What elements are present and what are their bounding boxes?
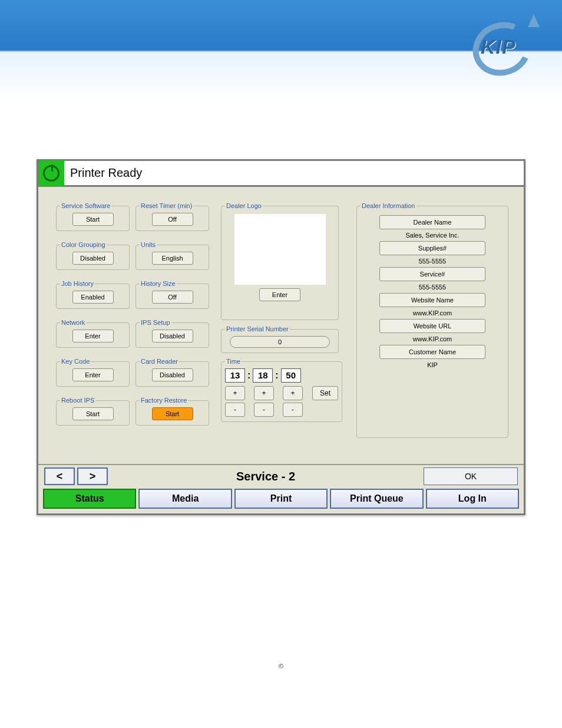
reboot-ips-legend: Reboot IPS bbox=[60, 397, 95, 404]
website-url-button[interactable]: Website URL bbox=[379, 319, 485, 333]
tab-status[interactable]: Status bbox=[43, 489, 136, 509]
job-history-button[interactable]: Enabled bbox=[72, 291, 114, 304]
ok-button[interactable]: OK bbox=[424, 467, 518, 485]
dealer-information-legend: Dealer Information bbox=[361, 202, 416, 209]
service-software-start-button[interactable]: Start bbox=[72, 213, 114, 226]
supplies-number-button[interactable]: Supplies# bbox=[379, 241, 485, 255]
dealer-logo-group: Dealer Logo Enter bbox=[221, 202, 339, 320]
dealer-logo-legend: Dealer Logo bbox=[225, 202, 263, 209]
footer: < > Service - 2 OK Status Media Print Pr… bbox=[38, 464, 524, 513]
card-reader-legend: Card Reader bbox=[140, 358, 179, 365]
website-name-value: www.KIP.com bbox=[361, 309, 504, 317]
color-grouping-group: Color Grouping Disabled bbox=[56, 241, 130, 270]
dealer-logo-preview bbox=[234, 214, 326, 285]
ips-setup-group: IPS Setup Disabled bbox=[135, 319, 209, 348]
tab-log-in[interactable]: Log In bbox=[426, 489, 519, 509]
power-icon bbox=[43, 165, 59, 182]
time-legend: Time bbox=[225, 358, 242, 365]
reboot-ips-start-button[interactable]: Start bbox=[72, 407, 114, 420]
card-reader-group: Card Reader Disabled bbox=[135, 358, 209, 387]
dealer-name-value: Sales, Service Inc. bbox=[361, 232, 504, 239]
time-display-row: 13 : 18 : 50 bbox=[225, 368, 338, 383]
network-legend: Network bbox=[60, 319, 86, 326]
power-button[interactable] bbox=[38, 160, 64, 186]
minutes-minus-button[interactable]: - bbox=[254, 403, 274, 417]
time-colon-2: : bbox=[275, 370, 278, 381]
time-seconds: 50 bbox=[281, 368, 301, 383]
ips-setup-button[interactable]: Disabled bbox=[152, 330, 193, 342]
color-grouping-legend: Color Grouping bbox=[60, 241, 107, 248]
supplies-number-value: 555-5555 bbox=[361, 258, 504, 265]
tab-print[interactable]: Print bbox=[234, 489, 328, 509]
dealer-name-button[interactable]: Dealer Name bbox=[379, 215, 485, 229]
page-title: Service - 2 bbox=[110, 470, 421, 483]
customer-name-value: KIP bbox=[361, 361, 504, 368]
time-plus-row: + + + Set bbox=[225, 386, 338, 400]
prev-page-button[interactable]: < bbox=[44, 467, 75, 485]
next-page-button[interactable]: > bbox=[77, 467, 108, 485]
units-group: Units English bbox=[135, 241, 209, 270]
factory-restore-group: Factory Restore Start bbox=[135, 397, 209, 426]
time-set-button[interactable]: Set bbox=[312, 386, 338, 400]
printer-status-title: Printer Ready bbox=[70, 166, 142, 180]
titlebar: Printer Ready bbox=[38, 161, 524, 187]
app-window: Printer Ready Service Software Start Col… bbox=[37, 159, 525, 515]
hours-minus-button[interactable]: - bbox=[225, 403, 245, 417]
key-code-enter-button[interactable]: Enter bbox=[72, 368, 114, 381]
tab-row: Status Media Print Print Queue Log In bbox=[41, 489, 521, 511]
tab-media[interactable]: Media bbox=[138, 489, 232, 509]
dealer-logo-enter-button[interactable]: Enter bbox=[259, 288, 300, 301]
customer-name-button[interactable]: Customer Name bbox=[379, 345, 485, 359]
serial-number-legend: Printer Serial Number bbox=[225, 325, 290, 332]
service-software-legend: Service Software bbox=[60, 202, 111, 209]
minutes-plus-button[interactable]: + bbox=[254, 386, 274, 400]
time-colon-1: : bbox=[247, 370, 250, 381]
seconds-plus-button[interactable]: + bbox=[283, 386, 303, 400]
tab-print-queue[interactable]: Print Queue bbox=[330, 489, 423, 509]
job-history-group: Job History Enabled bbox=[56, 280, 130, 309]
reset-timer-legend: Reset Timer (min) bbox=[140, 202, 193, 209]
history-size-button[interactable]: Off bbox=[152, 291, 193, 304]
reset-timer-button[interactable]: Off bbox=[152, 213, 193, 226]
website-name-button[interactable]: Website Name bbox=[379, 293, 485, 307]
job-history-legend: Job History bbox=[60, 280, 95, 287]
logo-text: KIP bbox=[481, 35, 516, 58]
color-grouping-button[interactable]: Disabled bbox=[72, 252, 114, 265]
time-group: Time 13 : 18 : 50 + + + Set - - bbox=[221, 358, 342, 422]
website-url-value: www.KIP.com bbox=[361, 335, 504, 342]
key-code-legend: Key Code bbox=[60, 358, 91, 365]
network-group: Network Enter bbox=[56, 319, 130, 348]
history-size-legend: History Size bbox=[140, 280, 177, 287]
hours-plus-button[interactable]: + bbox=[225, 386, 245, 400]
card-reader-button[interactable]: Disabled bbox=[152, 368, 193, 381]
time-hours: 13 bbox=[225, 368, 245, 383]
units-legend: Units bbox=[140, 241, 157, 248]
time-minus-row: - - - bbox=[225, 403, 338, 417]
factory-restore-legend: Factory Restore bbox=[140, 397, 188, 404]
service-software-group: Service Software Start bbox=[56, 202, 130, 231]
history-size-group: History Size Off bbox=[135, 280, 209, 309]
copyright: © bbox=[0, 663, 562, 670]
seconds-minus-button[interactable]: - bbox=[283, 403, 303, 417]
page-banner: KIP bbox=[0, 0, 562, 100]
key-code-group: Key Code Enter bbox=[56, 358, 130, 387]
reboot-ips-group: Reboot IPS Start bbox=[56, 397, 130, 426]
ips-setup-legend: IPS Setup bbox=[140, 319, 171, 326]
footer-nav-row: < > Service - 2 OK bbox=[41, 467, 521, 489]
time-minutes: 18 bbox=[253, 368, 273, 383]
logo-star-icon bbox=[528, 14, 540, 27]
service-number-value: 555-5555 bbox=[361, 284, 504, 291]
serial-number-group: Printer Serial Number 0 bbox=[221, 325, 339, 353]
network-enter-button[interactable]: Enter bbox=[72, 330, 114, 342]
kip-logo: KIP bbox=[468, 17, 544, 81]
dealer-information-group: Dealer Information Dealer Name Sales, Se… bbox=[356, 202, 508, 438]
reset-timer-group: Reset Timer (min) Off bbox=[135, 202, 209, 231]
service-number-button[interactable]: Service# bbox=[379, 267, 485, 281]
factory-restore-start-button[interactable]: Start bbox=[152, 407, 193, 420]
service-panel: Service Software Start Color Grouping Di… bbox=[38, 187, 524, 464]
units-button[interactable]: English bbox=[152, 252, 193, 265]
serial-number-value[interactable]: 0 bbox=[230, 336, 330, 348]
